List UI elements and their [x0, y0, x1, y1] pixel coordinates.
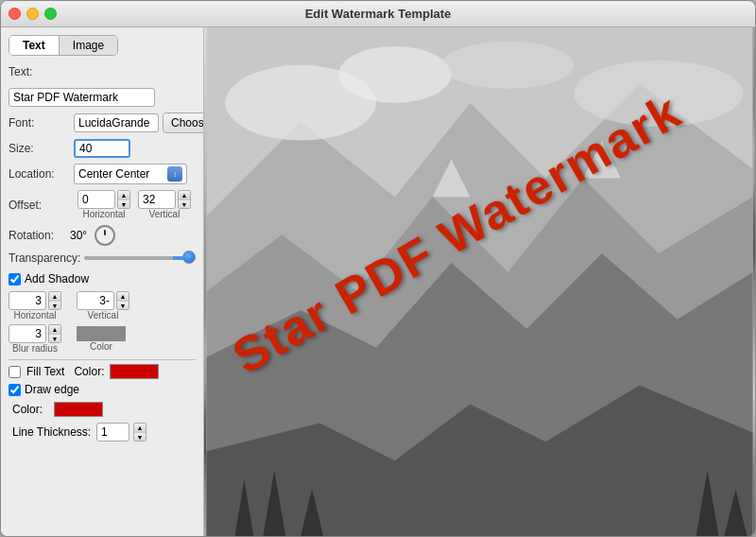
rotation-label: Rotation: [9, 229, 70, 242]
blur-group: ▲ ▼ Blur radius [9, 324, 61, 354]
blur-input[interactable] [9, 324, 46, 343]
shadow-h-up-icon[interactable]: ▲ [49, 292, 60, 301]
edge-color-label: Color: [12, 403, 50, 416]
shadow-h-down-icon[interactable]: ▼ [49, 301, 60, 309]
text-input-row [9, 88, 196, 107]
blur-down-icon[interactable]: ▼ [49, 334, 60, 342]
fill-text-label: Fill Text [26, 365, 64, 378]
add-shadow-label: Add Shadow [25, 272, 89, 286]
font-row: Font: Choose [9, 113, 196, 133]
offset-h-input[interactable] [77, 190, 115, 209]
offset-horizontal-group: ▲ ▼ Horizontal [77, 190, 130, 219]
window-title: Edit Watermark Template [305, 7, 452, 21]
line-thickness-input[interactable] [96, 423, 129, 442]
offset-label: Offset: [9, 199, 70, 212]
text-row: Text: [9, 65, 196, 82]
content-area: Text Image Text: Font: Choose Size: [1, 27, 755, 536]
add-shadow-checkbox[interactable] [9, 273, 21, 286]
shadow-v-input-row: ▲ ▼ [77, 291, 129, 310]
tab-text[interactable]: Text [9, 36, 60, 55]
shadow-color-swatch[interactable] [77, 326, 126, 341]
fill-text-checkbox[interactable] [9, 366, 21, 378]
mountain-background: Star PDF Watermark [204, 27, 755, 536]
main-window: Edit Watermark Template Text Image Text:… [0, 0, 756, 537]
edge-color-swatch[interactable] [54, 402, 103, 417]
shadow-h-input-row: ▲ ▼ [9, 291, 61, 310]
divider-1 [9, 359, 196, 360]
offset-v-down-icon[interactable]: ▼ [179, 199, 190, 208]
transparency-label: Transparency: [9, 251, 80, 265]
offset-h-input-row: ▲ ▼ [77, 190, 130, 209]
text-label: Text: [9, 65, 32, 78]
shadow-color-group: Color [77, 326, 126, 352]
preview-area: Star PDF Watermark [204, 27, 755, 536]
offset-h-spinner[interactable]: ▲ ▼ [117, 190, 130, 209]
shadow-v-spinner[interactable]: ▲ ▼ [116, 291, 129, 310]
lt-up-icon[interactable]: ▲ [134, 424, 146, 432]
line-thickness-spinner[interactable]: ▲ ▼ [133, 423, 146, 442]
rotation-dial[interactable] [94, 225, 115, 246]
lt-down-icon[interactable]: ▼ [134, 432, 146, 441]
offset-h-down-icon[interactable]: ▼ [118, 199, 129, 208]
offset-section: Offset: ▲ ▼ Horizontal [9, 190, 196, 219]
window-controls [9, 8, 57, 20]
tab-image[interactable]: Image [60, 36, 117, 55]
blur-up-icon[interactable]: ▲ [49, 325, 60, 334]
shadow-h-spinner[interactable]: ▲ ▼ [48, 291, 61, 310]
draw-edge-label: Draw edge [25, 383, 79, 396]
titlebar: Edit Watermark Template [1, 1, 755, 27]
draw-edge-row: Draw edge [9, 383, 196, 396]
offset-v-input-row: ▲ ▼ [138, 190, 191, 209]
offset-v-input[interactable] [138, 190, 176, 209]
fill-color-label: Color: [74, 365, 104, 378]
fill-text-row: Fill Text Color: [9, 364, 196, 379]
location-row: Location: Center Center ↕ [9, 164, 196, 184]
rotation-row: Rotation: 30° [9, 225, 196, 246]
transparency-slider[interactable] [84, 256, 196, 260]
close-button[interactable] [9, 8, 21, 20]
size-input[interactable] [74, 139, 130, 158]
shadow-blur-row: ▲ ▼ Blur radius Color [9, 324, 196, 354]
location-select[interactable]: Center Center ↕ [74, 164, 187, 184]
horizontal-label: Horizontal [82, 209, 125, 219]
shadow-h-group: ▲ ▼ Horizontal [9, 291, 61, 320]
offset-vertical-group: ▲ ▼ Vertical [138, 190, 191, 219]
shadow-v-input[interactable] [77, 291, 114, 310]
text-input[interactable] [9, 88, 155, 107]
offset-v-up-icon[interactable]: ▲ [179, 191, 190, 199]
location-arrow-icon: ↕ [167, 166, 182, 182]
mountain-svg [204, 27, 755, 536]
font-label: Font: [9, 116, 70, 130]
shadow-h-row: ▲ ▼ Horizontal ▲ ▼ [9, 291, 196, 320]
tab-bar: Text Image [9, 35, 118, 56]
svg-point-7 [338, 46, 452, 103]
shadow-horizontal-label: Horizontal [13, 310, 56, 320]
offset-h-up-icon[interactable]: ▲ [118, 191, 129, 199]
shadow-h-input[interactable] [9, 291, 46, 310]
offset-row: Offset: ▲ ▼ Horizontal [9, 190, 196, 219]
choose-button[interactable]: Choose [163, 113, 204, 133]
left-panel: Text Image Text: Font: Choose Size: [1, 27, 204, 536]
shadow-v-up-icon[interactable]: ▲ [117, 292, 129, 301]
transparency-thumb[interactable] [182, 251, 196, 264]
shadow-sub-section: ▲ ▼ Horizontal ▲ ▼ [9, 291, 196, 354]
blur-spinner[interactable]: ▲ ▼ [48, 324, 61, 343]
location-label: Location: [9, 167, 70, 181]
size-row: Size: [9, 139, 196, 158]
draw-edge-checkbox[interactable] [9, 384, 21, 396]
shadow-color-label: Color [90, 341, 112, 352]
svg-point-9 [574, 61, 743, 127]
rotation-value: 30° [70, 229, 87, 242]
offset-v-spinner[interactable]: ▲ ▼ [178, 190, 191, 209]
size-label: Size: [9, 142, 70, 155]
minimize-button[interactable] [26, 8, 39, 20]
shadow-vertical-label: Vertical [88, 310, 119, 320]
line-thickness-row: Line Thickness: ▲ ▼ [12, 423, 196, 442]
fill-color-swatch[interactable] [110, 364, 159, 379]
shadow-v-group: ▲ ▼ Vertical [77, 291, 129, 320]
maximize-button[interactable] [44, 8, 57, 20]
font-input[interactable] [74, 113, 159, 132]
shadow-v-down-icon[interactable]: ▼ [117, 301, 129, 309]
edge-color-row: Color: [12, 402, 196, 417]
svg-point-8 [442, 42, 574, 89]
